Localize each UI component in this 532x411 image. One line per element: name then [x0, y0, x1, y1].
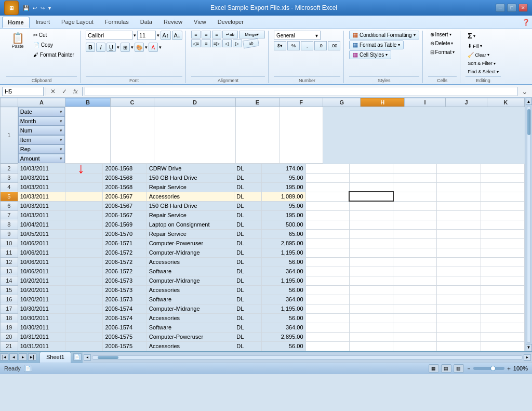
undo-qa-btn[interactable]: ↩: [32, 4, 38, 12]
cell-item-16[interactable]: Software: [147, 295, 234, 304]
cut-button[interactable]: ✂ Cut: [31, 31, 77, 39]
cell-G-18[interactable]: [305, 313, 349, 323]
cell-I-3[interactable]: [393, 173, 437, 182]
cell-H-17[interactable]: [349, 304, 393, 313]
font-color-dropdown[interactable]: ▾: [159, 45, 162, 50]
cell-I-9[interactable]: [393, 229, 437, 238]
cell-num-8[interactable]: 2006-1569: [103, 220, 147, 229]
horizontal-scrollbar[interactable]: ◂ ▸: [83, 352, 532, 363]
cell-rep-14[interactable]: DL: [234, 276, 262, 285]
cell-K-5[interactable]: [481, 192, 524, 201]
cell-amount-13[interactable]: 364.00: [262, 267, 305, 276]
scroll-up-btn[interactable]: ▲: [526, 98, 532, 105]
cell-G-17[interactable]: [305, 304, 349, 313]
align-top-right-btn[interactable]: ≡: [212, 31, 221, 38]
fill-color-button[interactable]: 🎨: [135, 43, 144, 52]
cell-rep-17[interactable]: DL: [234, 304, 262, 313]
cell-I-13[interactable]: [393, 267, 437, 276]
cell-rep-2[interactable]: DL: [234, 164, 262, 173]
cell-month-14[interactable]: [65, 276, 103, 285]
indent-decrease-btn[interactable]: ◁: [222, 39, 232, 47]
cell-J-11[interactable]: [437, 248, 481, 257]
close-btn[interactable]: ✕: [518, 4, 528, 12]
insert-cells-btn[interactable]: ⊕ Insert ▾: [428, 31, 454, 38]
cell-H-21[interactable]: [349, 341, 393, 351]
cell-amount-3[interactable]: 95.00: [262, 173, 305, 182]
redo-qa-btn[interactable]: ↪: [39, 4, 46, 12]
cell-num-5[interactable]: 2006-1567: [103, 192, 147, 201]
cell-date-9[interactable]: 10/05/2011: [18, 229, 65, 238]
cell-amount-4[interactable]: 195.00: [262, 182, 305, 192]
cell-I-2[interactable]: [393, 164, 437, 173]
row-num-11[interactable]: 11: [1, 248, 18, 257]
cell-H-8[interactable]: [349, 220, 393, 229]
cell-date-15[interactable]: 10/20/2011: [18, 285, 65, 295]
scroll-h-thumb[interactable]: [98, 356, 118, 359]
cell-num-3[interactable]: 2006-1568: [103, 173, 147, 182]
cell-item-3[interactable]: 150 GB Hard Drive: [147, 173, 234, 182]
cell-num-6[interactable]: 2006-1567: [103, 201, 147, 210]
cancel-entry-btn[interactable]: ✕: [48, 88, 58, 95]
cell-date-18[interactable]: 10/30/2011: [18, 313, 65, 323]
cell-J-7[interactable]: [437, 210, 481, 220]
cell-H-9[interactable]: [349, 229, 393, 238]
cell-K-2[interactable]: [481, 164, 524, 173]
corner-header[interactable]: [1, 98, 18, 107]
format-dropdown[interactable]: ▾: [453, 50, 455, 55]
cell-rep-4[interactable]: DL: [234, 182, 262, 192]
align-right-btn[interactable]: ≡▷: [212, 39, 221, 47]
prev-sheet-btn[interactable]: ◂: [9, 353, 18, 361]
cell-I-15[interactable]: [393, 285, 437, 295]
cell-rep-10[interactable]: DL: [234, 238, 262, 248]
cell-date-11[interactable]: 10/06/2011: [18, 248, 65, 257]
cell-H-13[interactable]: [349, 267, 393, 276]
scroll-down-btn[interactable]: ▼: [526, 344, 532, 351]
cell-K-12[interactable]: [481, 257, 524, 267]
cell-G-16[interactable]: [305, 295, 349, 304]
tab-formulas[interactable]: Formulas: [100, 17, 134, 28]
cell-J-10[interactable]: [437, 238, 481, 248]
cell-rep-6[interactable]: DL: [234, 201, 262, 210]
cell-J-8[interactable]: [437, 220, 481, 229]
font-size-dropdown[interactable]: ▾: [157, 33, 159, 38]
cell-num-2[interactable]: 2006-1568: [103, 164, 147, 173]
date-filter-arrow[interactable]: ▼: [59, 110, 63, 114]
find-select-btn[interactable]: Find & Select ▾: [466, 68, 501, 75]
cell-item-9[interactable]: Repair Service: [147, 229, 234, 238]
delete-dropdown[interactable]: ▾: [451, 41, 453, 46]
cell-rep-18[interactable]: DL: [234, 313, 262, 323]
row-num-20[interactable]: 20: [1, 332, 18, 341]
cell-month-19[interactable]: [65, 323, 103, 332]
cell-num-18[interactable]: 2006-1574: [103, 313, 147, 323]
cell-G-19[interactable]: [305, 323, 349, 332]
col-header-E[interactable]: E: [235, 98, 279, 107]
border-dropdown[interactable]: ▾: [131, 45, 134, 50]
cell-K-9[interactable]: [481, 229, 524, 238]
text-orientation-btn[interactable]: ab: [243, 38, 259, 49]
header-month[interactable]: Month ▼: [18, 116, 65, 126]
merge-center-btn[interactable]: Merge▾: [239, 31, 265, 38]
tab-insert[interactable]: Insert: [31, 17, 56, 28]
cell-K-18[interactable]: [481, 313, 524, 323]
last-sheet-btn[interactable]: ▸|: [28, 353, 36, 361]
cell-I-17[interactable]: [393, 304, 437, 313]
cell-rep-21[interactable]: DL: [234, 341, 262, 351]
cell-I-4[interactable]: [393, 182, 437, 192]
cell-date-2[interactable]: 10/03/2011: [18, 164, 65, 173]
cell-H-6[interactable]: [349, 201, 393, 210]
col-header-C[interactable]: C: [110, 98, 154, 107]
cell-I-21[interactable]: [393, 341, 437, 351]
cell-I-10[interactable]: [393, 238, 437, 248]
tab-home[interactable]: Home: [2, 17, 30, 28]
cell-item-7[interactable]: Repair Service: [147, 210, 234, 220]
cell-G-15[interactable]: [305, 285, 349, 295]
font-name-dropdown[interactable]: ▾: [134, 33, 136, 38]
cell-item-6[interactable]: 150 GB Hard Drive: [147, 201, 234, 210]
cell-rep-13[interactable]: DL: [234, 267, 262, 276]
cell-amount-12[interactable]: 56.00: [262, 257, 305, 267]
comma-btn[interactable]: ,: [301, 41, 313, 50]
cell-month-2[interactable]: [65, 164, 103, 173]
row-num-18[interactable]: 18: [1, 313, 18, 323]
cell-item-19[interactable]: Software: [147, 323, 234, 332]
cell-J-20[interactable]: [437, 332, 481, 341]
